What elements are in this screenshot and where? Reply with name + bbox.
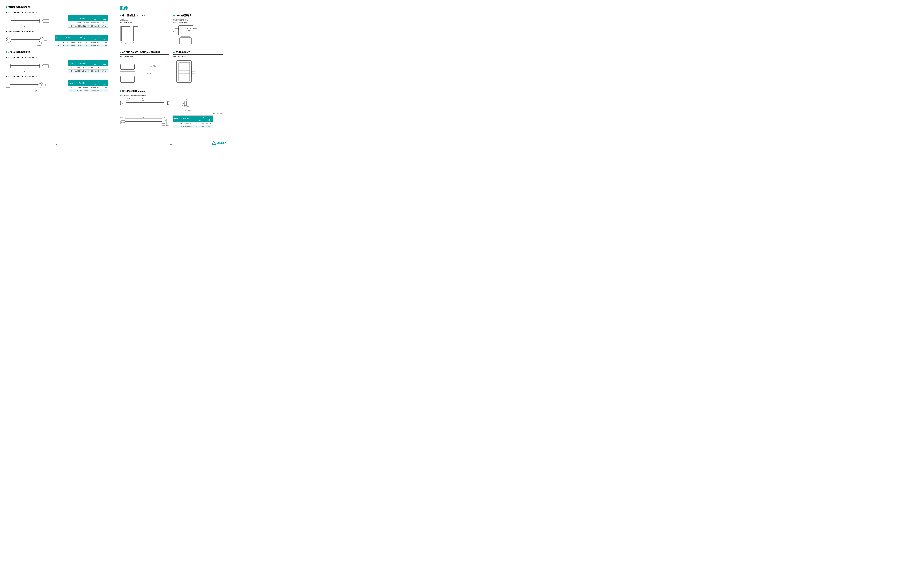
cn4-side-svg: 20±0.5 (0.79±0.02) 12±0.5 (0.47±0.02)	[181, 99, 196, 112]
a3cn3-top-svg: 43.7(1.74)	[120, 59, 144, 75]
svg-point-63	[39, 83, 42, 86]
svg-text:(0.47±0.02): (0.47±0.02)	[185, 110, 191, 111]
table-row: 2 ACS3-CAEN1005 5000 ± 100 197 ± 4	[68, 24, 108, 27]
section1-title-text: 增量型编码器连接线	[8, 6, 30, 8]
svg-text:35: 35	[125, 42, 126, 44]
a3cn3-title: A3 CN3 RS-485 / CANOpen 终端电阻	[120, 51, 169, 55]
caen3003-table: Item Part No. Straight L mm inch	[55, 35, 108, 47]
svg-text:USBAM ALEM: USBAM ALEM	[120, 126, 126, 127]
table-row: 2 ACS3-CAEA3005 5000 ± 100 197 ± 4	[68, 89, 108, 92]
bullet-icon2	[5, 51, 7, 53]
svg-text:(70 mm): (70 mm)	[35, 90, 40, 92]
svg-text:(3.3±0.2): (3.3±0.2)	[126, 100, 131, 101]
svg-text:12±0.5: 12±0.5	[186, 99, 189, 99]
cn4-title-text: CN4 Mini USB module	[122, 90, 145, 92]
cn4-table: Item Part No. L mm inch 1	[173, 115, 213, 128]
svg-rect-120	[121, 76, 134, 82]
svg-rect-14	[43, 19, 49, 23]
svg-rect-94	[181, 37, 190, 38]
svg-text:22: 22	[135, 42, 137, 44]
delta-logo-text: ΔELTA	[217, 141, 226, 144]
caen3003-svg: L (70 mm)	[5, 34, 50, 48]
svg-rect-75	[133, 26, 138, 41]
svg-text:(0.79±0.02): (0.79±0.02)	[181, 105, 187, 106]
svg-text:(0.27): (0.27)	[164, 117, 167, 118]
svg-rect-157	[186, 101, 189, 107]
cn4-bottom: 12 (0.48) USBAM L	[120, 115, 223, 128]
svg-text:L: L	[143, 116, 144, 118]
cn4-title: CN4 Mini USB module	[120, 90, 223, 93]
td-item: 1	[68, 21, 74, 24]
svg-point-29	[40, 38, 43, 41]
svg-rect-43	[40, 64, 43, 68]
svg-text:68: 68	[120, 34, 120, 36]
cn4-main-diagram: Δ 85±5 (3.3±0.2) 64.5	[120, 97, 196, 112]
svg-rect-47	[43, 65, 48, 68]
th-inch: inch	[100, 38, 108, 41]
cn2-product-name: ACS3-CNENC200	[173, 22, 223, 24]
svg-point-11	[40, 20, 41, 21]
battery-title-text: 绝对型电池盒 单位：mm	[122, 14, 145, 17]
svg-text:64.5±0.5: 64.5±0.5	[141, 98, 145, 100]
delta-logo: ΔELTA	[211, 140, 226, 145]
svg-rect-0	[6, 19, 11, 23]
caen3003-diagram: L (70 mm)	[5, 34, 53, 48]
delta-logo-icon	[211, 140, 217, 145]
svg-point-90	[189, 30, 189, 31]
a3cn3-diagrams: 43.7(1.74) 13 0.59	[120, 59, 169, 75]
svg-text:12: 12	[120, 115, 121, 117]
svg-point-88	[184, 30, 185, 31]
svg-rect-91	[175, 28, 179, 30]
caea1003-svg: L	[5, 60, 50, 72]
svg-rect-92	[193, 28, 197, 30]
caea3003-table-wrapper: Item Part No. L mm inch 1	[68, 80, 108, 92]
bullet-battery	[120, 15, 121, 16]
svg-rect-126	[177, 61, 191, 82]
caen3003-table-wrapper: Item Part No. Straight L mm inch	[55, 35, 108, 47]
svg-rect-64	[43, 84, 46, 86]
svg-point-85	[187, 28, 189, 29]
svg-point-13	[42, 20, 43, 21]
battery-diagram: 68 35 22 ⚙	[120, 25, 169, 47]
svg-text:L: L	[24, 70, 25, 72]
battery-product-label: 单颗电池盒：	[120, 19, 169, 21]
svg-rect-184	[162, 120, 165, 123]
section2-title: 绝对型编码器连接线	[5, 51, 108, 55]
section2-title-text: 绝对型编码器连接线	[8, 51, 30, 53]
caea3003-label: ACS3-CAEA3003、ACS3-CAEA3005	[5, 75, 108, 78]
svg-text:(0.48): (0.48)	[120, 117, 123, 118]
th-partno: Part No.	[61, 35, 77, 41]
battery-product-name: ASD-MDBT0100	[120, 22, 169, 24]
a3cn3-product-name: ASD-TR-DM0008	[120, 56, 169, 58]
svg-text:L: L	[24, 25, 25, 27]
td-mm: 3000 ± 100	[90, 21, 100, 24]
io-title: I/O 连接器端子	[173, 51, 223, 55]
td-partno: ACS3-CAEN1003	[74, 21, 90, 24]
svg-rect-156	[168, 102, 169, 105]
cn4-table-wrapper: Item Part No. L mm inch 1	[173, 115, 213, 128]
svg-point-83	[183, 28, 184, 29]
svg-rect-104	[134, 65, 138, 69]
svg-point-45	[41, 65, 42, 66]
caen1003-label: ACS3-CAEN1003、ACS3-CAEN1005	[5, 11, 108, 14]
svg-text:25: 25	[173, 31, 174, 32]
caea3003-table: Item Part No. L mm inch 1	[68, 80, 108, 92]
svg-text:43.7(1.74): 43.7(1.74)	[124, 72, 130, 74]
io-product-name: ASD-CNSC0050	[173, 56, 223, 58]
table-row: 1 UC-PRG015-01B 1500 ± 100 59 ± 4	[173, 122, 213, 125]
table-row: 2 ACS3-CAEN3005 3106A-20-29S 5000 ± 100 …	[55, 44, 108, 47]
svg-text:(0.64): (0.64)	[147, 72, 150, 74]
caea3003-diagram: L (70 mm)	[5, 79, 66, 93]
caea1003-row: L Item Part No.	[5, 60, 108, 73]
svg-rect-109	[147, 64, 151, 69]
svg-rect-81	[179, 26, 193, 36]
table-row: 1 ACS3-CAEN1003 3000 ± 100 118 ± 4	[68, 21, 108, 24]
caea1003-label: ACS3-CAEA1003、ACS3-CAEA1005	[5, 56, 108, 59]
cn2-svg: 25	[173, 25, 200, 47]
svg-point-86	[190, 28, 191, 29]
cn4-section: CN4 Mini USB module UC-PRG015-01B, UC-PR…	[120, 90, 223, 128]
td-mm: 5000 ± 100	[90, 24, 100, 27]
right-page-title: 配件	[120, 5, 223, 11]
svg-text:USBAM: USBAM	[121, 122, 125, 123]
table-row: 1 ACS3-CAEA1003 3000 ± 100 118 ± 4	[68, 66, 108, 69]
